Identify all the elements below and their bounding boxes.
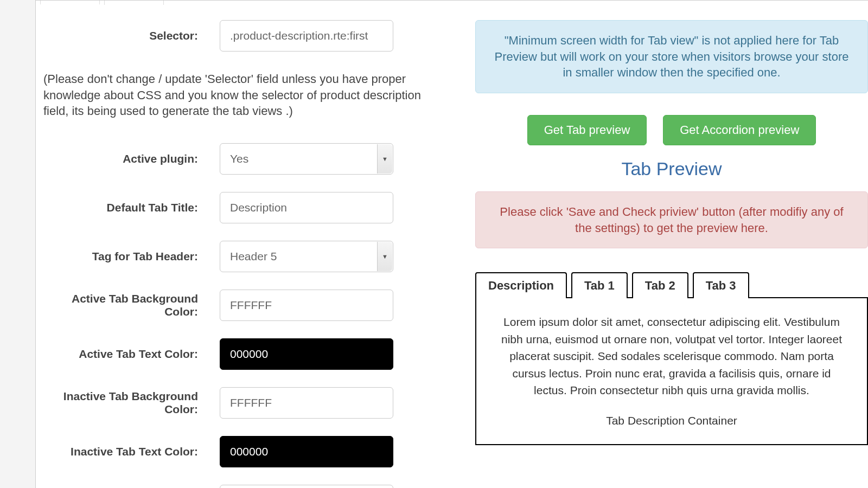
selector-label: Selector: bbox=[43, 29, 220, 42]
tab-body-text: Lorem ipsum dolor sit amet, consectetur … bbox=[495, 313, 848, 399]
chevron-down-icon: ▼ bbox=[377, 242, 392, 271]
inactive-bg-input[interactable] bbox=[220, 387, 393, 419]
get-accordion-preview-button[interactable]: Get Accordion preview bbox=[663, 115, 816, 145]
active-plugin-select[interactable]: Yes bbox=[220, 143, 393, 175]
active-bg-label: Active Tab Background Color: bbox=[43, 292, 220, 318]
get-tab-preview-button[interactable]: Get Tab preview bbox=[527, 115, 647, 145]
default-tab-title-input[interactable] bbox=[220, 192, 393, 223]
tab-2[interactable]: Tab 2 bbox=[632, 272, 688, 298]
active-text-label: Active Tab Text Color: bbox=[43, 348, 220, 361]
inactive-text-input[interactable] bbox=[220, 436, 393, 467]
selector-note: (Please don't change / update 'Selector'… bbox=[43, 69, 442, 119]
active-text-input[interactable] bbox=[220, 338, 393, 370]
tab-content: Lorem ipsum dolor sit amet, consectetur … bbox=[475, 297, 868, 445]
tab-description[interactable]: Description bbox=[475, 272, 567, 298]
inactive-text-label: Inactive Tab Text Color: bbox=[43, 445, 220, 458]
tag-header-select[interactable]: Header 5 bbox=[220, 241, 393, 272]
default-tab-title-label: Default Tab Title: bbox=[43, 201, 220, 214]
active-plugin-label: Active plugin: bbox=[43, 152, 220, 165]
border-radius-input[interactable] bbox=[220, 485, 393, 488]
active-bg-input[interactable] bbox=[220, 290, 393, 321]
settings-page: Selector: (Please don't change / update … bbox=[35, 0, 868, 488]
tab-1[interactable]: Tab 1 bbox=[571, 272, 628, 298]
warning-alert: Please click 'Save and Check priview' bu… bbox=[475, 191, 868, 248]
preview-panel: "Minimum screen width for Tab view" is n… bbox=[449, 20, 868, 488]
tab-3[interactable]: Tab 3 bbox=[693, 272, 749, 298]
inactive-bg-label: Inactive Tab Background Color: bbox=[43, 390, 220, 416]
info-alert: "Minimum screen width for Tab view" is n… bbox=[475, 20, 868, 93]
chevron-down-icon: ▼ bbox=[377, 144, 392, 174]
tab-container-label: Tab Description Container bbox=[495, 412, 848, 429]
preview-tabs: Description Tab 1 Tab 2 Tab 3 bbox=[475, 272, 868, 298]
tag-header-label: Tag for Tab Header: bbox=[43, 250, 220, 263]
selector-input[interactable] bbox=[220, 20, 393, 52]
settings-form: Selector: (Please don't change / update … bbox=[43, 20, 449, 488]
top-ghost-tabs bbox=[40, 1, 868, 5]
preview-title: Tab Preview bbox=[475, 158, 868, 179]
